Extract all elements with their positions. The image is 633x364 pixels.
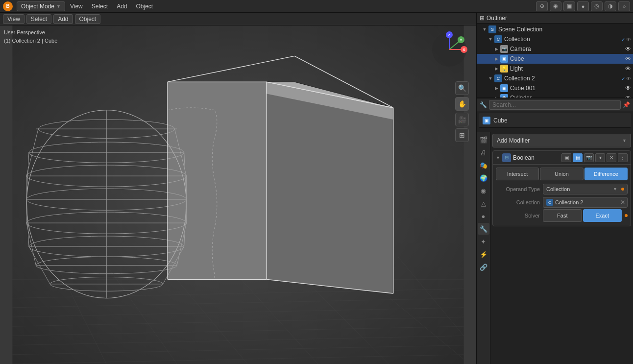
modifier-close-btn[interactable]: ✕: [607, 153, 616, 162]
object-name-bar: ▣ Cube: [479, 113, 631, 128]
collection2-check[interactable]: ✓: [621, 76, 625, 81]
camera-icon: 📷: [500, 45, 508, 53]
top-menu-bar: B Object Mode ▼ View Select Add Object ⊕…: [0, 0, 633, 13]
xray-toggle[interactable]: ▣: [563, 1, 575, 11]
add-menu[interactable]: Add: [113, 2, 131, 11]
view-menu[interactable]: View: [66, 2, 87, 11]
tab-constraints[interactable]: 🔗: [478, 261, 489, 273]
outliner-item-collection[interactable]: ▼ C Collection ✓ 👁: [477, 34, 633, 44]
outliner-header: ⊞ Outliner: [477, 13, 633, 24]
tab-modifier[interactable]: 🔧: [478, 223, 489, 235]
cylinder-eye[interactable]: 👁: [625, 95, 631, 97]
viewport-select-menu[interactable]: Select: [26, 14, 51, 24]
light-eye[interactable]: 👁: [625, 65, 631, 72]
tab-material[interactable]: ●: [478, 210, 489, 222]
cube-arrow[interactable]: ▶: [493, 56, 499, 62]
outliner-item-cylinder[interactable]: ▶ ⬟ Cylinder 👁: [477, 93, 633, 97]
collection-visibility-icons: ✓ 👁: [621, 37, 631, 42]
collection-eye[interactable]: 👁: [626, 37, 631, 42]
solver-exact-button[interactable]: Exact: [583, 209, 622, 222]
union-button[interactable]: Union: [540, 168, 583, 180]
outliner-item-collection2[interactable]: ▼ C Collection 2 ✓ 👁: [477, 73, 633, 83]
modifier-collapse[interactable]: ▼: [496, 155, 500, 160]
tab-particles[interactable]: ✦: [478, 236, 489, 247]
outliner: ⊞ Outliner ▼ S Scene Collection ▼ C Coll…: [477, 13, 633, 98]
overlays-toggle[interactable]: ◉: [550, 1, 561, 11]
object-menu[interactable]: Object: [132, 2, 157, 11]
object-mode-dropdown[interactable]: Object Mode ▼: [17, 1, 65, 11]
pin-icon[interactable]: 📌: [623, 101, 630, 108]
outliner-item-camera[interactable]: ▶ 📷 Camera 👁: [477, 44, 633, 54]
tab-scene[interactable]: 🎭: [478, 159, 489, 171]
modifier-menu-btn[interactable]: ⋮: [618, 153, 628, 162]
viewport-add-menu[interactable]: Add: [53, 14, 73, 24]
svg-text:Y: Y: [460, 38, 463, 42]
outliner-item-cube[interactable]: ▶ ▣ Cube 👁: [477, 54, 633, 64]
modifier-expand-btn[interactable]: ▾: [595, 153, 605, 162]
tab-object[interactable]: ◉: [478, 185, 489, 196]
viewport-view-menu[interactable]: View: [3, 14, 24, 24]
collection2-arrow[interactable]: ▼: [487, 75, 493, 81]
solver-fast-button[interactable]: Fast: [543, 209, 582, 222]
properties-search-input[interactable]: [489, 100, 621, 110]
scene-collection-arrow[interactable]: ▼: [482, 26, 487, 32]
cylinder-arrow[interactable]: ▶: [493, 95, 499, 97]
outliner-item-scene-collection[interactable]: ▼ S Scene Collection: [477, 24, 633, 34]
tab-world[interactable]: 🌍: [478, 172, 489, 184]
tool-magnify[interactable]: 🔍: [455, 81, 469, 95]
collection2-icon: C: [494, 74, 502, 82]
collection-field-label: Collection: [496, 199, 540, 205]
shading-render[interactable]: ◑: [605, 1, 616, 11]
viewport-3d[interactable]: View Select Add Object User Perspective …: [0, 13, 476, 364]
modifier-realtime-btn[interactable]: ▣: [561, 153, 571, 162]
difference-button[interactable]: Difference: [584, 168, 628, 180]
properties-content: Add Modifier ▼ ▼ ⊟ Boolean ▣ ▤ 📷: [490, 132, 633, 364]
outliner-item-light[interactable]: ▶ 💡 Light 👁: [477, 64, 633, 73]
collection-clear-button[interactable]: ✕: [620, 199, 625, 206]
tool-move[interactable]: ✋: [455, 97, 469, 111]
operand-type-value[interactable]: Collection ▼: [543, 184, 628, 194]
properties-panel: 🔧 📌 ▣ Cube 🎬 🖨 🎭 🌍 ◉ △: [477, 98, 633, 364]
right-panel: ⊞ Outliner ▼ S Scene Collection ▼ C Coll…: [476, 13, 633, 364]
shading-solid[interactable]: ●: [577, 1, 589, 11]
cube001-eye[interactable]: 👁: [625, 85, 631, 92]
navigation-gizmo[interactable]: Z Y X: [430, 30, 469, 69]
solver-dot: [625, 214, 628, 217]
tab-physics[interactable]: ⚡: [478, 248, 489, 260]
scene-canvas: [0, 25, 476, 364]
collection-arrow[interactable]: ▼: [487, 36, 493, 42]
camera-eye[interactable]: 👁: [625, 46, 631, 52]
modifier-render-btn[interactable]: ▤: [573, 153, 583, 162]
outliner-item-cube001[interactable]: ▶ ▣ Cube.001 👁: [477, 83, 633, 93]
tab-mesh[interactable]: △: [478, 197, 489, 209]
select-menu[interactable]: Select: [88, 2, 112, 11]
boolean-modifier-card: ▼ ⊟ Boolean ▣ ▤ 📷 ▾ ✕ ⋮: [492, 150, 631, 226]
collection2-eye[interactable]: 👁: [626, 76, 631, 81]
cube-eye[interactable]: 👁: [625, 55, 631, 62]
collection-check[interactable]: ✓: [621, 37, 625, 42]
gizmo-toggle[interactable]: ⊕: [536, 1, 548, 11]
tool-camera[interactable]: 🎥: [455, 113, 469, 126]
modifier-body: Intersect Union Difference Operand Type …: [493, 165, 631, 226]
viewport-object-menu[interactable]: Object: [75, 14, 101, 24]
camera-arrow[interactable]: ▶: [493, 46, 499, 52]
tab-render[interactable]: 🎬: [478, 134, 489, 146]
modifier-name: Boolean: [513, 154, 560, 161]
tab-output[interactable]: 🖨: [478, 146, 489, 158]
add-modifier-button[interactable]: Add Modifier ▼: [492, 134, 631, 147]
intersect-button[interactable]: Intersect: [496, 168, 539, 180]
collection-field-value[interactable]: C Collection 2 ✕: [543, 197, 628, 208]
shading-eevee[interactable]: ○: [618, 1, 630, 11]
cube001-arrow[interactable]: ▶: [493, 85, 499, 91]
collection-field-icon: C: [546, 199, 553, 206]
tool-grid[interactable]: ⊞: [455, 128, 469, 142]
cylinder-name: Cylinder: [510, 95, 624, 97]
light-arrow[interactable]: ▶: [493, 66, 499, 72]
modifier-camera-btn[interactable]: 📷: [584, 153, 594, 162]
collection-field-name: Collection 2: [555, 199, 618, 205]
add-modifier-arrow: ▼: [622, 138, 627, 143]
shading-material[interactable]: ◎: [591, 1, 603, 11]
cylinder-icon: ⬟: [500, 94, 508, 97]
context-label: (1) Collection 2 | Cube: [4, 37, 57, 45]
cube001-name: Cube.001: [510, 85, 624, 92]
